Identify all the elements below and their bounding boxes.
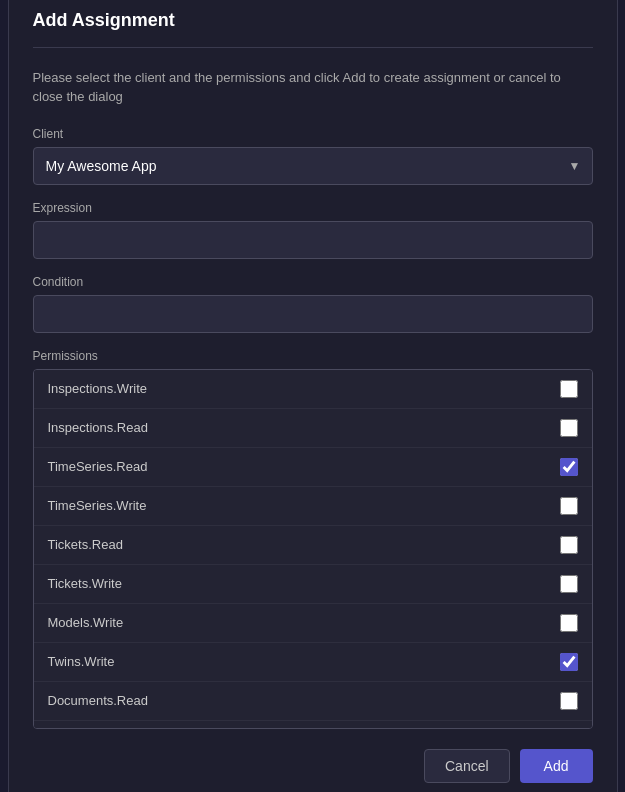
permission-item[interactable]: Documents.Read bbox=[34, 682, 592, 721]
permissions-field-group: Permissions Inspections.WriteInspections… bbox=[33, 349, 593, 729]
permission-item[interactable]: Inspections.Read bbox=[34, 409, 592, 448]
permission-checkbox-wrapper bbox=[560, 575, 578, 593]
permission-checkbox[interactable] bbox=[560, 458, 578, 476]
permission-checkbox[interactable] bbox=[560, 575, 578, 593]
permission-name: Tickets.Write bbox=[48, 576, 122, 591]
permissions-list: Inspections.WriteInspections.ReadTimeSer… bbox=[33, 369, 593, 729]
expression-label: Expression bbox=[33, 201, 593, 215]
permission-name: Inspections.Read bbox=[48, 420, 148, 435]
permission-item[interactable]: TimeSeries.Read bbox=[34, 448, 592, 487]
permission-name: Models.Write bbox=[48, 615, 124, 630]
permission-item[interactable]: Tickets.Write bbox=[34, 565, 592, 604]
permission-checkbox[interactable] bbox=[560, 536, 578, 554]
permission-item[interactable]: Twins.Write bbox=[34, 643, 592, 682]
permission-item[interactable]: TimeSeries.Write bbox=[34, 487, 592, 526]
condition-input[interactable] bbox=[33, 295, 593, 333]
permission-item[interactable]: Models.Write bbox=[34, 604, 592, 643]
cancel-button[interactable]: Cancel bbox=[424, 749, 510, 783]
condition-label: Condition bbox=[33, 275, 593, 289]
add-assignment-dialog: Add Assignment Please select the client … bbox=[8, 0, 618, 792]
permission-name: TimeSeries.Read bbox=[48, 459, 148, 474]
client-select-wrapper: My Awesome App Other App ▼ bbox=[33, 147, 593, 185]
client-field-group: Client My Awesome App Other App ▼ bbox=[33, 127, 593, 185]
permission-checkbox-wrapper bbox=[560, 614, 578, 632]
dialog-footer: Cancel Add bbox=[33, 749, 593, 783]
permission-name: Documents.Read bbox=[48, 693, 148, 708]
permission-checkbox-wrapper bbox=[560, 692, 578, 710]
permission-name: Twins.Write bbox=[48, 654, 115, 669]
permission-checkbox[interactable] bbox=[560, 692, 578, 710]
permission-name: TimeSeries.Write bbox=[48, 498, 147, 513]
permission-checkbox-wrapper bbox=[560, 458, 578, 476]
permission-checkbox[interactable] bbox=[560, 380, 578, 398]
permission-item[interactable]: Twins.Read bbox=[34, 721, 592, 729]
permission-item[interactable]: Inspections.Write bbox=[34, 370, 592, 409]
permission-checkbox[interactable] bbox=[560, 614, 578, 632]
permission-name: Tickets.Read bbox=[48, 537, 123, 552]
permission-checkbox[interactable] bbox=[560, 419, 578, 437]
permission-name: Inspections.Write bbox=[48, 381, 147, 396]
client-select[interactable]: My Awesome App Other App bbox=[33, 147, 593, 185]
permission-checkbox-wrapper bbox=[560, 419, 578, 437]
permission-checkbox-wrapper bbox=[560, 380, 578, 398]
permission-checkbox-wrapper bbox=[560, 653, 578, 671]
condition-field-group: Condition bbox=[33, 275, 593, 333]
title-divider bbox=[33, 47, 593, 48]
expression-field-group: Expression bbox=[33, 201, 593, 259]
dialog-description: Please select the client and the permiss… bbox=[33, 68, 593, 107]
permission-item[interactable]: Tickets.Read bbox=[34, 526, 592, 565]
permission-checkbox-wrapper bbox=[560, 536, 578, 554]
add-button[interactable]: Add bbox=[520, 749, 593, 783]
permission-checkbox[interactable] bbox=[560, 653, 578, 671]
permission-checkbox[interactable] bbox=[560, 497, 578, 515]
expression-input[interactable] bbox=[33, 221, 593, 259]
permissions-label: Permissions bbox=[33, 349, 593, 363]
dialog-title: Add Assignment bbox=[33, 10, 593, 31]
client-label: Client bbox=[33, 127, 593, 141]
permission-checkbox-wrapper bbox=[560, 497, 578, 515]
